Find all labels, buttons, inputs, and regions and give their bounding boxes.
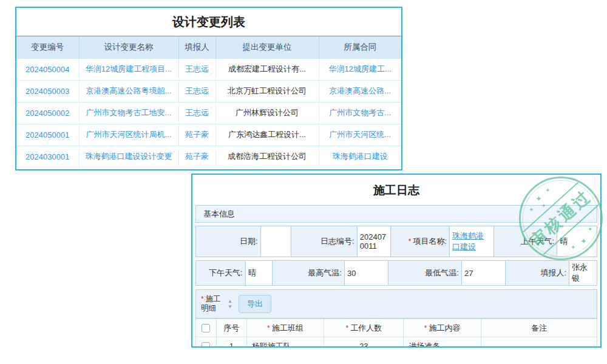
proposing-unit-cell: 广东鸿达鑫工程设计... [215, 124, 319, 146]
afternoon-weather-value: 晴 [245, 261, 272, 286]
max-temp-value: 30 [344, 261, 388, 286]
afternoon-weather-label: 下午天气: [209, 268, 243, 277]
filler-value: 张永银 [569, 261, 597, 286]
design-change-list-title: 设计变更列表 [16, 8, 401, 36]
reporter-link[interactable]: 王志远 [185, 108, 209, 117]
reporter-link[interactable]: 苑子豪 [185, 152, 209, 161]
sort-up-icon[interactable]: ▲ [228, 298, 232, 304]
required-icon: * [267, 324, 270, 332]
team-cell: 杨聪施工队 [246, 337, 324, 348]
morning-weather-label: 上午天气: [521, 237, 555, 246]
col-header-content: 施工内容 [429, 323, 461, 332]
required-icon: * [201, 295, 204, 303]
construction-log-title: 施工日志 [192, 183, 600, 198]
table-row: 2024030001 珠海鹤港口建设设计变更 苑子豪 成都浩海工程设计公司 珠海… [16, 146, 401, 167]
row-checkbox[interactable] [202, 342, 210, 348]
proposing-unit-cell: 北京万虹工程设计公司 [215, 80, 319, 102]
contract-link[interactable]: 广州市文物考古... [329, 108, 391, 117]
min-temp-value: 27 [461, 261, 505, 286]
change-name-link[interactable]: 华润12城房建工程项目... [86, 64, 172, 73]
table-row: 2024050001 广州市天河区统计局机... 苑子豪 广东鸿达鑫工程设计..… [16, 124, 401, 146]
select-all-checkbox[interactable] [202, 324, 210, 332]
required-icon: * [345, 324, 348, 332]
reporter-link[interactable]: 王志远 [185, 64, 209, 73]
basic-info-section-header: 基本信息 [195, 205, 597, 223]
change-name-link[interactable]: 珠海鹤港口建设设计变更 [86, 152, 172, 161]
date-label: 日期: [240, 237, 258, 246]
contract-link[interactable]: 华润12城房建工... [329, 64, 392, 73]
change-id-link[interactable]: 2024050002 [25, 109, 69, 118]
max-temp-label: 最高气温: [308, 268, 342, 277]
col-header-workers: 工作人数 [350, 323, 382, 332]
project-name-link[interactable]: 珠海鹤港口建设 [452, 231, 484, 251]
change-id-link[interactable]: 2024050003 [25, 87, 69, 96]
construction-log-panel: 施工日志 基本信息 日期: 日志编号: 2024070011 *项目名称: 珠海… [191, 174, 602, 348]
page: 设计变更列表 变更编号 设计变更名称 填报人 提出变更单位 所属合同 20240… [0, 0, 607, 364]
contract-link[interactable]: 珠海鹤港口建设 [333, 152, 388, 161]
morning-weather-value: 晴 [557, 226, 597, 257]
content-cell: 进场准备 [404, 337, 481, 348]
sort-down-icon[interactable]: ▼ [228, 304, 232, 309]
workers-cell: 23 [324, 337, 404, 348]
proposing-unit-cell: 成都浩海工程设计公司 [215, 146, 319, 167]
change-id-link[interactable]: 2024050004 [25, 65, 69, 74]
design-change-table-header: 变更编号 设计变更名称 填报人 提出变更单位 所属合同 [16, 36, 401, 58]
log-number-value: 2024070011 [357, 226, 391, 257]
design-change-list-panel: 设计变更列表 变更编号 设计变更名称 填报人 提出变更单位 所属合同 20240… [15, 7, 402, 170]
detail-table-row: 1 杨聪施工队 23 进场准备 [196, 337, 597, 348]
date-value[interactable] [260, 226, 291, 257]
col-header-remark: 备注 [481, 319, 597, 337]
required-icon: * [409, 237, 412, 246]
construction-detail-table: 序号 *施工班组 *工作人数 *施工内容 备注 1 杨聪施工队 23 进场准备 [195, 318, 597, 348]
col-header-change-name: 设计变更名称 [79, 36, 178, 58]
log-number-label: 日志编号: [320, 237, 354, 246]
contract-link[interactable]: 京港澳高速公路... [329, 86, 391, 95]
export-button[interactable]: 导出 [239, 295, 271, 313]
filler-label: 填报人: [540, 268, 566, 277]
change-name-link[interactable]: 广州市天河区统计局机... [86, 130, 172, 139]
col-header-proposing-unit: 提出变更单位 [215, 36, 319, 58]
table-row: 2024050003 京港澳高速公路粤境韶... 王志远 北京万虹工程设计公司 … [16, 80, 401, 102]
col-header-reporter: 填报人 [178, 36, 215, 58]
required-icon: * [424, 324, 427, 332]
proposing-unit-cell: 广州林辉设计公司 [215, 102, 319, 124]
col-header-contract: 所属合同 [319, 36, 401, 58]
change-name-link[interactable]: 京港澳高速公路粤境韶... [86, 86, 172, 95]
proposing-unit-cell: 成都宏建工程设计有... [215, 58, 319, 80]
col-header-seq: 序号 [216, 319, 246, 337]
seq-cell: 1 [216, 337, 246, 348]
basic-info-row2: 下午天气: 晴 最高气温: 30 最低气温: 27 填报人: 张永银 [195, 260, 597, 286]
basic-info-row1: 日期: 日志编号: 2024070011 *项目名称: 珠海鹤港口建设 上午天气… [195, 226, 597, 257]
project-name-label: 项目名称: [413, 237, 447, 246]
construction-detail-section-header: *施工明细 ▲ ▼ 导出 [195, 289, 597, 318]
reporter-link[interactable]: 王志远 [185, 86, 209, 95]
col-header-team: 施工班组 [272, 323, 304, 332]
change-id-link[interactable]: 2024050001 [25, 130, 69, 140]
design-change-table: 变更编号 设计变更名称 填报人 提出变更单位 所属合同 2024050004 华… [16, 36, 401, 167]
change-name-link[interactable]: 广州市文物考古工地安... [86, 108, 172, 117]
contract-link[interactable]: 广州市天河区统... [329, 130, 391, 139]
reporter-link[interactable]: 苑子豪 [185, 130, 209, 139]
table-row: 2024050002 广州市文物考古工地安... 王志远 广州林辉设计公司 广州… [16, 102, 401, 124]
min-temp-label: 最低气温: [425, 268, 459, 277]
table-row: 2024050004 华润12城房建工程项目... 王志远 成都宏建工程设计有.… [16, 58, 401, 80]
detail-table-header: 序号 *施工班组 *工作人数 *施工内容 备注 [196, 319, 597, 337]
col-header-change-id: 变更编号 [16, 36, 79, 58]
change-id-link[interactable]: 2024030001 [25, 152, 69, 161]
remark-cell [481, 337, 597, 348]
